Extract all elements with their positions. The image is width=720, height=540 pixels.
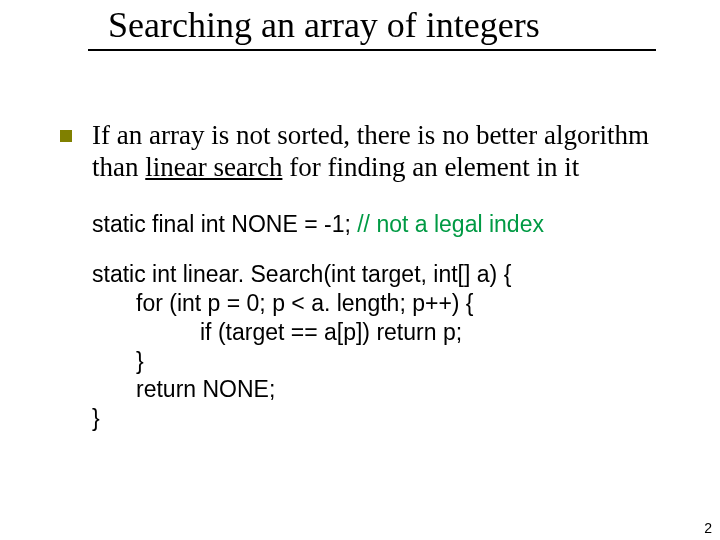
page-number: 2 [704,520,712,536]
square-bullet-icon [60,130,72,142]
bullet-text: If an array is not sorted, there is no b… [92,120,670,184]
code-l4: } [92,348,144,374]
code-const-line: static final int NONE = -1; // not a leg… [92,210,670,239]
code-l3: if (target == a[p]) return p; [92,319,462,345]
slide-title: Searching an array of integers [108,6,540,46]
bullet-underlined: linear search [145,152,282,182]
code-l5: return NONE; [92,376,275,402]
code-fn: static int linear. Search(int target, in… [92,260,670,433]
code-l6: } [92,405,100,431]
title-underline [88,49,656,51]
bullet-item: If an array is not sorted, there is no b… [60,120,670,184]
slide-body: If an array is not sorted, there is no b… [60,120,670,455]
code-block: static final int NONE = -1; // not a leg… [92,210,670,433]
code-comment: // not a legal index [357,211,544,237]
code-l2: for (int p = 0; p < a. length; p++) { [92,290,474,316]
bullet-post: for finding an element in it [282,152,579,182]
code-const: static final int NONE = -1; [92,211,357,237]
code-l1: static int linear. Search(int target, in… [92,261,511,287]
